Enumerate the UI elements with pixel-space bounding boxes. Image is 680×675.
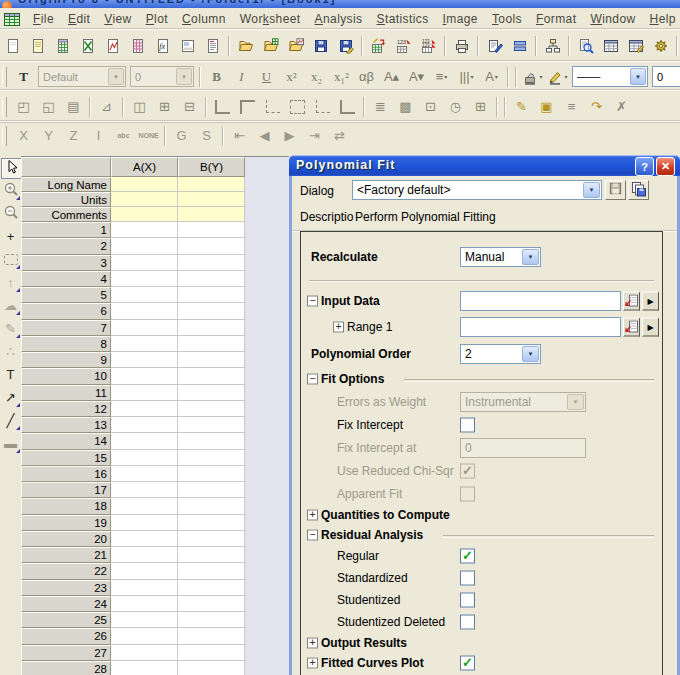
axes-bottom-right-button[interactable] [310,94,335,119]
input-data-flyout-arrow-button[interactable]: ▶ [642,292,659,311]
row-header-row26[interactable]: 26 [21,628,111,644]
decrease-font-button[interactable]: A▾ [404,64,429,89]
cell-row1-col1[interactable] [111,222,178,238]
cell-row2-col1[interactable] [111,238,178,254]
cell-row20-col1[interactable] [111,531,178,547]
range-1-flyout-arrow-button[interactable]: ▶ [642,318,659,337]
recalculate-combo[interactable]: Manual [460,247,541,267]
cell-row25-col2[interactable] [178,612,245,628]
cell-row17-col1[interactable] [111,482,178,498]
cell-row14-col1[interactable] [111,433,178,449]
cell-row5-col2[interactable] [178,287,245,303]
errors-as-weight-combo[interactable]: Instrumental [460,392,586,412]
cell-row22-col1[interactable] [111,563,178,579]
line-color-dropdown-icon[interactable]: ▾ [564,73,567,80]
xy-scaler-button[interactable]: ⊡ [418,94,443,119]
row-header-comments[interactable]: Comments [21,207,111,222]
annotation-tool[interactable] [1,250,20,269]
bold-button[interactable]: B [204,64,229,89]
zoom-in-page-button[interactable]: ◰ [11,94,36,119]
edit-annotation-button[interactable]: ✎ [509,94,534,119]
cell-row2-col2[interactable] [178,238,245,254]
residual-standardized-checkbox[interactable] [460,571,475,586]
color-scale-button[interactable]: ▩ [393,94,418,119]
fill-pattern-dropdown-icon[interactable]: ▾ [471,73,474,80]
fit-options-expander-minus-icon[interactable] [307,374,318,385]
move-next-button[interactable]: ▶ [277,123,302,148]
new-project-button[interactable] [0,34,25,59]
line-width-combo[interactable]: 0 [652,66,680,87]
row-header-row12[interactable]: 12 [21,401,111,417]
dialog-close-button[interactable]: ✕ [656,157,675,176]
save-theme-button[interactable] [605,180,626,200]
cell-row28-col1[interactable] [111,661,178,675]
toolbar-grip[interactable] [2,67,7,87]
cell-row27-col1[interactable] [111,645,178,661]
worksheet-corner-cell[interactable] [21,157,111,177]
layer-contents-button[interactable]: ≡ [559,94,584,119]
font-size-combo[interactable]: 0 [130,66,194,87]
set-as-x-button[interactable]: X [11,123,36,148]
cell-row12-col1[interactable] [111,401,178,417]
import-multiple-ascii-button[interactable]: 123123 [416,34,441,59]
legend-button[interactable]: ≣ [368,94,393,119]
arrow-tool[interactable]: ↗ [1,388,20,407]
row-header-row3[interactable]: 3 [21,255,111,271]
add-4-layers-button[interactable]: ⊞ [152,94,177,119]
new-link-table-button[interactable]: ⊞ [468,94,493,119]
print-button[interactable] [449,34,474,59]
output-results-expander-plus-icon[interactable] [307,638,318,649]
cell-comments-col2[interactable] [178,207,245,222]
use-reduced-chi-sqr-checkbox[interactable]: ✓ [460,463,475,478]
menu-column[interactable]: Column [175,10,233,28]
row-header-row8[interactable]: 8 [21,336,111,352]
menu-statistics[interactable]: Statistics [370,10,436,28]
draw-data-tool[interactable]: ✎ [1,319,20,338]
row-header-row9[interactable]: 9 [21,352,111,368]
row-header-row23[interactable]: 23 [21,580,111,596]
data-selector-tool[interactable]: ↑ [1,273,20,292]
rescale-button[interactable]: ⊿ [94,94,119,119]
cell-row4-col1[interactable] [111,271,178,287]
cell-row18-col1[interactable] [111,498,178,514]
cell-row24-col2[interactable] [178,596,245,612]
menu-worksheet[interactable]: Worksheet [233,10,308,28]
move-prev-button[interactable]: ◀ [252,123,277,148]
add-inset-layers-button[interactable]: ⊟ [177,94,202,119]
superscript-button[interactable]: x² [279,64,304,89]
row-header-row28[interactable]: 28 [21,661,111,675]
axes-with-arrow-button[interactable] [335,94,360,119]
set-as-label-button[interactable]: abc [111,123,136,148]
font-color-dropdown-icon[interactable]: ▾ [495,73,498,80]
cell-row14-col2[interactable] [178,433,245,449]
row-header-row15[interactable]: 15 [21,450,111,466]
theme-combo[interactable]: <Factory default> [352,180,602,200]
save-project-button[interactable] [308,34,333,59]
menu-tools[interactable]: Tools [485,10,529,28]
swap-columns-button[interactable]: ⇄ [327,123,352,148]
row-header-row10[interactable]: 10 [21,368,111,384]
residual-studentized-deleted-checkbox[interactable] [460,615,475,630]
menu-image[interactable]: Image [436,10,485,28]
row-header-row2[interactable]: 2 [21,238,111,254]
cell-row15-col2[interactable] [178,450,245,466]
fill-pattern-button[interactable]: |||▾ [454,64,479,89]
font-color-button[interactable]: A▾ [479,64,504,89]
cell-row25-col1[interactable] [111,612,178,628]
screen-reader-tool[interactable]: + [1,227,20,246]
cell-row26-col1[interactable] [111,628,178,644]
subject-columns-button[interactable]: S [194,123,219,148]
cell-row12-col2[interactable] [178,401,245,417]
project-explorer-button[interactable] [540,34,565,59]
cell-row13-col2[interactable] [178,417,245,433]
polynomial-order-combo[interactable]: 2 [460,344,541,364]
cell-row6-col2[interactable] [178,303,245,319]
worksheet-window-icon[interactable] [4,11,20,27]
cell-row21-col1[interactable] [111,547,178,563]
object-manager-button[interactable] [598,34,623,59]
increase-font-button[interactable]: A▴ [379,64,404,89]
column-header-ax[interactable]: A(X) [111,157,178,177]
dialog-help-button[interactable]: ? [635,157,654,176]
cell-row7-col2[interactable] [178,320,245,336]
input-data-expander-minus-icon[interactable] [307,296,318,307]
